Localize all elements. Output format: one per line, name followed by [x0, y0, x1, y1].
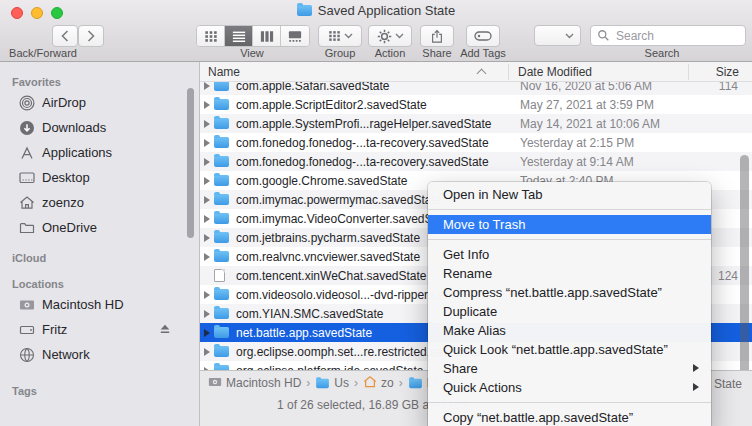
sidebar-item-label: OneDrive	[42, 220, 97, 235]
breadcrumb-item[interactable]: Macintosh HD	[208, 375, 301, 392]
menu-separator	[428, 209, 711, 210]
sidebar-item-label: AirDrop	[42, 95, 86, 110]
menu-item-duplicate[interactable]: Duplicate	[428, 302, 711, 321]
group-button[interactable]	[318, 25, 362, 47]
breadcrumb-item[interactable]: Us	[315, 376, 349, 390]
folder-icon	[214, 175, 229, 186]
menu-item-open-in-new-tab[interactable]: Open in New Tab	[428, 185, 711, 204]
disclosure-triangle-icon[interactable]	[204, 120, 210, 128]
drive-internal-icon	[208, 375, 222, 392]
view-label: View	[222, 47, 282, 59]
context-menu: Open in New TabMove to TrashGet InfoRena…	[428, 182, 711, 426]
forward-button[interactable]	[78, 25, 104, 47]
disclosure-triangle-icon[interactable]	[204, 177, 210, 185]
view-as-list-button[interactable]	[225, 26, 253, 46]
drive-external-icon	[18, 321, 35, 338]
sidebar-item-zoenzo[interactable]: zoenzo	[0, 190, 199, 215]
disclosure-triangle-icon[interactable]	[204, 82, 210, 90]
sidebar-item-onedrive[interactable]: OneDrive	[0, 215, 199, 240]
sidebar-section-locations: Locations	[0, 276, 199, 292]
breadcrumb-separator: ›	[399, 376, 403, 390]
search-input[interactable]	[614, 28, 739, 44]
disclosure-triangle-icon[interactable]	[204, 310, 210, 318]
sidebar-item-applications[interactable]: Applications	[0, 140, 199, 165]
column-header-size[interactable]: Size	[716, 65, 739, 79]
sidebar-item-downloads[interactable]: Downloads	[0, 115, 199, 140]
list-scrollbar[interactable]	[740, 155, 749, 390]
menu-item-rename[interactable]: Rename	[428, 264, 711, 283]
breadcrumb-label: Us	[334, 376, 349, 390]
list-header: Name Date Modified Size	[200, 62, 752, 82]
gear-icon	[377, 29, 392, 44]
view-as-gallery-button[interactable]	[281, 26, 309, 46]
file-row[interactable]: com.fonedog.fonedog-...ta-recovery.saved…	[200, 152, 752, 171]
disclosure-triangle-icon[interactable]	[204, 291, 210, 299]
breadcrumb-item[interactable]: zo	[363, 375, 394, 392]
sidebar-item-airdrop[interactable]: AirDrop	[0, 90, 199, 115]
menu-item-compress-net-battle-app-savedstate[interactable]: Compress “net.battle.app.savedState”	[428, 283, 711, 302]
view-as-columns-button[interactable]	[253, 26, 281, 46]
action-button[interactable]	[368, 25, 412, 47]
menu-item-copy-net-battle-app-savedstate[interactable]: Copy “net.battle.app.savedState”	[428, 408, 711, 426]
back-button[interactable]	[52, 25, 78, 47]
file-name: com.apple.Safari.savedState	[236, 82, 520, 93]
home-orange-icon	[363, 375, 377, 392]
sidebar-item-label: Macintosh HD	[42, 297, 124, 312]
menu-separator	[428, 239, 711, 240]
menu-item-share[interactable]: Share	[428, 359, 711, 378]
sidebar-item-label: Fritz	[42, 322, 67, 337]
disclosure-triangle-icon[interactable]	[204, 253, 210, 261]
disclosure-triangle-icon[interactable]	[204, 348, 210, 356]
airdrop-icon	[18, 94, 35, 111]
menu-item-quick-look-net-battle-app-savedstate[interactable]: Quick Look “net.battle.app.savedState”	[428, 340, 711, 359]
add-tags-button[interactable]	[466, 25, 500, 47]
folder-icon	[214, 118, 229, 129]
disclosure-triangle-icon[interactable]	[204, 215, 210, 223]
chevron-left-icon	[61, 30, 69, 42]
file-size: 114	[698, 82, 752, 93]
file-row[interactable]: com.apple.SystemProfi...rageHelper.saved…	[200, 114, 752, 133]
folder-icon	[214, 137, 229, 148]
disclosure-triangle-icon[interactable]	[204, 139, 210, 147]
folder-icon	[214, 232, 229, 243]
column-header-date-modified[interactable]: Date Modified	[518, 65, 592, 79]
menu-item-get-info[interactable]: Get Info	[428, 245, 711, 264]
breadcrumb-separator: ›	[306, 376, 310, 390]
sidebar-section-favorites: Favorites	[0, 74, 199, 90]
column-divider[interactable]	[688, 64, 689, 80]
sidebar-item-network[interactable]: Network	[0, 342, 199, 367]
file-row[interactable]: com.fonedog.fonedog-...ta-recovery.saved…	[200, 133, 752, 152]
file-row[interactable]: com.apple.ScriptEditor2.savedStateMay 27…	[200, 95, 752, 114]
sidebar-item-desktop[interactable]: Desktop	[0, 165, 199, 190]
file-date-modified: Nov 16, 2020 at 5:06 AM	[520, 82, 698, 93]
search-field[interactable]	[590, 25, 746, 46]
view-as-icons-button[interactable]	[197, 26, 225, 46]
sidebar-item-macintosh-hd[interactable]: Macintosh HD	[0, 292, 199, 317]
disclosure-triangle-icon[interactable]	[204, 329, 210, 337]
column-divider[interactable]	[508, 64, 509, 80]
sidebar-item-label: Applications	[42, 145, 112, 160]
disclosure-triangle-icon[interactable]	[204, 101, 210, 109]
titlebar-toolbar: Saved Application State Back/Forward Vie…	[0, 0, 752, 62]
group-icon	[328, 30, 341, 42]
search-label: Search	[632, 47, 692, 59]
menu-item-quick-actions[interactable]: Quick Actions	[428, 378, 711, 397]
sidebar-item-fritz[interactable]: Fritz	[0, 317, 199, 342]
sidebar-scrollbar[interactable]	[187, 88, 194, 238]
file-row[interactable]: com.apple.Safari.savedStateNov 16, 2020 …	[200, 82, 752, 95]
chevron-down-icon	[344, 33, 353, 39]
share-button[interactable]	[420, 25, 454, 47]
eject-icon[interactable]	[159, 323, 171, 335]
menu-item-make-alias[interactable]: Make Alias	[428, 321, 711, 340]
toolbar-dropdown[interactable]	[534, 25, 581, 46]
column-header-name[interactable]: Name	[208, 65, 240, 79]
breadcrumb-label: zo	[381, 376, 394, 390]
disclosure-triangle-icon[interactable]	[204, 196, 210, 204]
menu-item-move-to-trash[interactable]: Move to Trash	[428, 215, 711, 234]
file-name: com.fonedog.fonedog-...ta-recovery.saved…	[236, 136, 520, 150]
disclosure-triangle-icon[interactable]	[204, 234, 210, 242]
file-date-modified: Yesterday at 9:14 AM	[520, 155, 698, 169]
file-name: com.fonedog.fonedog-...ta-recovery.saved…	[236, 155, 520, 169]
window-title: Saved Application State	[318, 3, 455, 18]
disclosure-triangle-icon[interactable]	[204, 158, 210, 166]
